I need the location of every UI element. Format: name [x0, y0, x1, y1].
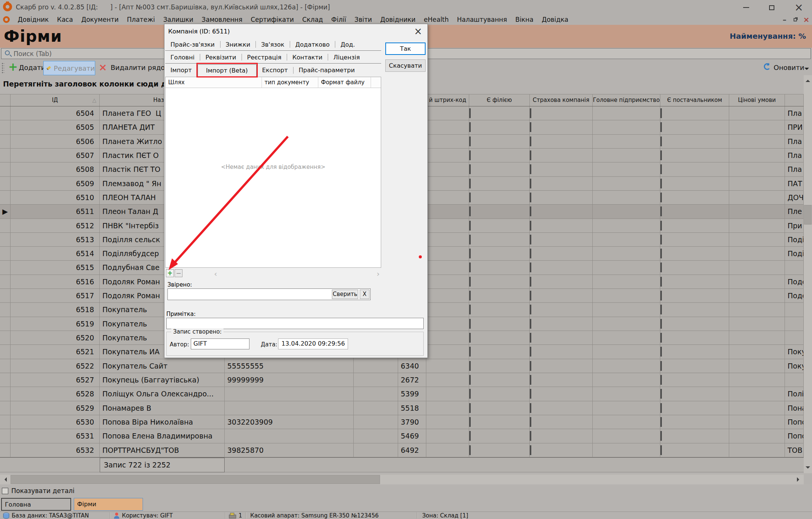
- insurance-checkbox[interactable]: [530, 122, 531, 132]
- author-input[interactable]: GIFT: [191, 338, 249, 349]
- tab-price-links[interactable]: Прайс-зв'язки: [165, 39, 220, 50]
- minimize-button[interactable]: [740, 3, 753, 12]
- header-barcode[interactable]: й штрих-код: [426, 94, 469, 106]
- is-branch-checkbox[interactable]: [469, 417, 471, 427]
- menu-dovidnyk[interactable]: Довідник: [14, 16, 53, 23]
- refresh-button[interactable]: Оновити: [774, 64, 804, 71]
- is-branch-checkbox[interactable]: [469, 305, 471, 314]
- menu-vikna[interactable]: Вікна: [511, 16, 537, 23]
- toolbar-grip-handle[interactable]: [2, 62, 4, 74]
- is-branch-checkbox[interactable]: [469, 375, 471, 385]
- tab-contacts[interactable]: Контакти: [287, 52, 328, 63]
- insurance-checkbox[interactable]: [530, 235, 531, 244]
- tab-dod[interactable]: Дод.: [335, 39, 360, 50]
- insurance-checkbox[interactable]: [530, 375, 531, 385]
- is-branch-checkbox[interactable]: [469, 333, 471, 343]
- is-branch-checkbox[interactable]: [469, 263, 471, 272]
- is-branch-checkbox[interactable]: [469, 389, 471, 399]
- tab-license[interactable]: Ліцензія: [328, 52, 365, 63]
- maximize-button[interactable]: [765, 3, 778, 12]
- scroll-right-icon[interactable]: [795, 475, 804, 484]
- is-branch-checkbox[interactable]: [469, 150, 471, 160]
- insurance-checkbox[interactable]: [530, 150, 531, 160]
- tab-price-params[interactable]: Прайс-параметри: [293, 65, 360, 76]
- insurance-checkbox[interactable]: [530, 403, 531, 413]
- is-supplier-checkbox[interactable]: [660, 347, 662, 357]
- scroll-down-icon[interactable]: [803, 464, 812, 473]
- tab-export[interactable]: Експорт: [257, 65, 293, 76]
- show-details-checkbox[interactable]: [2, 488, 8, 494]
- table-row[interactable]: 6527 Покупець (Баггаутівська) 99999999 2…: [0, 373, 804, 387]
- close-button[interactable]: ×: [792, 3, 805, 12]
- insurance-checkbox[interactable]: [530, 221, 531, 231]
- insurance-checkbox[interactable]: [530, 361, 531, 371]
- header-id[interactable]: ІД△: [11, 94, 100, 106]
- is-supplier-checkbox[interactable]: [660, 249, 662, 258]
- delete-row-button[interactable]: Видалити рядок: [111, 64, 169, 71]
- nav-prev-icon[interactable]: ‹: [214, 269, 217, 278]
- menu-platezhi[interactable]: Платежі: [123, 16, 159, 23]
- is-supplier-checkbox[interactable]: [660, 193, 662, 202]
- is-branch-checkbox[interactable]: [469, 122, 471, 132]
- table-row[interactable]: 6522 Покупатель Сайт 55555555 6340 Поку: [0, 359, 804, 373]
- tab-firmy[interactable]: Фірми: [74, 498, 143, 511]
- is-branch-checkbox[interactable]: [469, 164, 471, 174]
- is-supplier-checkbox[interactable]: [660, 291, 662, 300]
- is-supplier-checkbox[interactable]: [660, 122, 662, 132]
- is-supplier-checkbox[interactable]: [660, 277, 662, 287]
- insurance-checkbox[interactable]: [530, 263, 531, 272]
- is-supplier-checkbox[interactable]: [660, 206, 662, 216]
- child-restore-button[interactable]: [790, 16, 800, 23]
- is-supplier-checkbox[interactable]: [660, 361, 662, 371]
- insurance-checkbox[interactable]: [530, 291, 531, 300]
- is-supplier-checkbox[interactable]: [660, 179, 662, 188]
- is-branch-checkbox[interactable]: [469, 193, 471, 202]
- horizontal-scrollbar[interactable]: [0, 475, 804, 484]
- insurance-checkbox[interactable]: [530, 445, 531, 455]
- is-branch-checkbox[interactable]: [469, 108, 471, 118]
- menu-ehealth[interactable]: eHealth: [420, 16, 453, 23]
- menu-kasa[interactable]: Каса: [53, 16, 77, 23]
- edit-button[interactable]: Редагувати: [43, 61, 95, 75]
- add-row-button[interactable]: +: [166, 269, 174, 277]
- is-branch-checkbox[interactable]: [469, 319, 471, 329]
- is-branch-checkbox[interactable]: [469, 221, 471, 231]
- verified-input[interactable]: Сверить X: [167, 288, 371, 300]
- is-supplier-checkbox[interactable]: [660, 235, 662, 244]
- menu-zvity[interactable]: Звіти: [350, 16, 376, 23]
- is-supplier-checkbox[interactable]: [660, 305, 662, 314]
- header-is-supplier[interactable]: Є постачальником: [660, 94, 729, 106]
- menu-dovidnyky[interactable]: Довідники: [376, 16, 420, 23]
- child-minimize-button[interactable]: –: [780, 16, 789, 23]
- insurance-checkbox[interactable]: [530, 347, 531, 357]
- scroll-up-icon[interactable]: [803, 75, 812, 84]
- insurance-checkbox[interactable]: [530, 417, 531, 427]
- insurance-checkbox[interactable]: [530, 249, 531, 258]
- tab-additional[interactable]: Додатково: [290, 39, 335, 50]
- verify-button[interactable]: Сверить: [332, 290, 358, 299]
- vertical-scrollbar[interactable]: [804, 75, 812, 473]
- is-supplier-checkbox[interactable]: [660, 389, 662, 399]
- cancel-button[interactable]: Скасувати: [385, 59, 426, 72]
- is-branch-checkbox[interactable]: [469, 206, 471, 216]
- is-supplier-checkbox[interactable]: [660, 150, 662, 160]
- is-supplier-checkbox[interactable]: [660, 417, 662, 427]
- is-supplier-checkbox[interactable]: [660, 137, 662, 146]
- insurance-checkbox[interactable]: [530, 389, 531, 399]
- insurance-checkbox[interactable]: [530, 137, 531, 146]
- is-branch-checkbox[interactable]: [469, 291, 471, 300]
- nav-next-icon[interactable]: ›: [377, 269, 380, 278]
- header-parent-company[interactable]: Головне підприємство: [593, 94, 660, 106]
- insurance-checkbox[interactable]: [530, 319, 531, 329]
- is-branch-checkbox[interactable]: [469, 445, 471, 455]
- insurance-checkbox[interactable]: [530, 431, 531, 441]
- tab-import[interactable]: Імпорт: [165, 65, 197, 76]
- is-supplier-checkbox[interactable]: [660, 108, 662, 118]
- tab-discounts[interactable]: Знижки: [220, 39, 256, 50]
- is-supplier-checkbox[interactable]: [660, 333, 662, 343]
- is-branch-checkbox[interactable]: [469, 235, 471, 244]
- column-file-format[interactable]: Формат файлу: [318, 77, 371, 88]
- is-branch-checkbox[interactable]: [469, 179, 471, 188]
- vertical-scroll-thumb[interactable]: [804, 205, 812, 225]
- remove-row-button[interactable]: −: [175, 269, 182, 277]
